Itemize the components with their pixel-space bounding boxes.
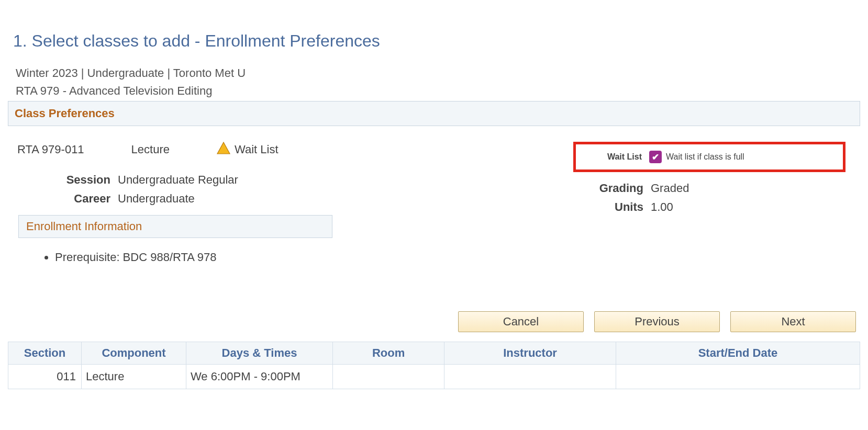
course-line: RTA 979 - Advanced Television Editing: [16, 84, 860, 98]
next-button[interactable]: Next: [730, 311, 856, 332]
waitlist-label: Wait List: [581, 152, 649, 162]
previous-button[interactable]: Previous: [594, 311, 720, 332]
enrollment-info-label: Enrollment Information: [26, 220, 142, 233]
svg-marker-0: [217, 142, 230, 154]
waitlist-checkbox-label: Wait list if class is full: [666, 152, 744, 162]
col-room: Room: [333, 342, 444, 365]
term-context: Winter 2023 | Undergraduate | Toronto Me…: [16, 66, 860, 80]
enrollment-info-header: Enrollment Information: [18, 215, 332, 238]
col-instructor: Instructor: [444, 342, 616, 365]
class-status: Wait List: [217, 142, 279, 157]
cell-room: [333, 365, 444, 389]
cell-component: Lecture: [82, 365, 186, 389]
cell-days-times: We 6:00PM - 9:00PM: [186, 365, 333, 389]
session-label: Session: [13, 173, 118, 187]
career-label: Career: [13, 192, 118, 206]
session-value: Undergraduate Regular: [118, 173, 583, 187]
class-status-text: Wait List: [235, 143, 279, 156]
waitlist-checkbox[interactable]: ✔: [649, 151, 662, 163]
col-days-times: Days & Times: [186, 342, 333, 365]
units-label: Units: [583, 200, 651, 214]
cell-start-end: [616, 365, 860, 389]
waitlist-status-icon: [217, 142, 230, 157]
schedule-table: Section Component Days & Times Room Inst…: [8, 342, 860, 389]
grading-value: Graded: [651, 182, 855, 195]
class-component: Lecture: [131, 143, 170, 156]
prerequisite-item: Prerequisite: BDC 988/RTA 978: [55, 251, 583, 264]
cell-instructor: [444, 365, 616, 389]
class-preferences-label: Class Preferences: [15, 107, 115, 120]
career-value: Undergraduate: [118, 192, 583, 206]
check-icon: ✔: [652, 152, 659, 163]
col-component: Component: [82, 342, 186, 365]
page-title: 1. Select classes to add - Enrollment Pr…: [13, 31, 860, 51]
cell-section: 011: [8, 365, 82, 389]
class-preferences-header: Class Preferences: [8, 101, 860, 126]
grading-label: Grading: [583, 182, 651, 195]
units-value: 1.00: [651, 200, 855, 214]
table-row: 011 Lecture We 6:00PM - 9:00PM: [8, 365, 860, 389]
cancel-button[interactable]: Cancel: [458, 311, 584, 332]
waitlist-highlight-box: Wait List ✔ Wait list if class is full: [573, 142, 845, 172]
class-code: RTA 979-011: [17, 143, 84, 156]
col-section: Section: [8, 342, 82, 365]
col-start-end: Start/End Date: [616, 342, 860, 365]
